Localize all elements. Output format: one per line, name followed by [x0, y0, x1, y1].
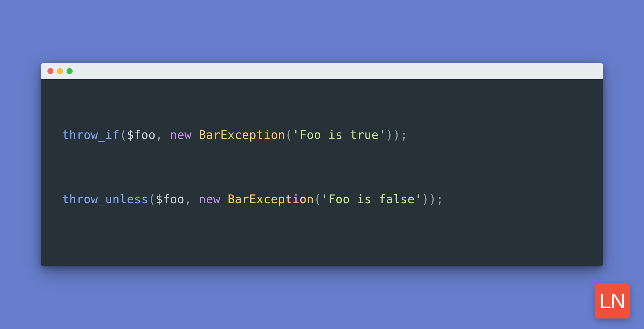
logo-text: LN	[600, 289, 625, 313]
code-token-keyword: new	[199, 192, 220, 206]
code-blank-gap	[62, 144, 582, 190]
code-line-1: throw_if($foo, new BarException('Foo is …	[62, 126, 582, 144]
code-line-2: throw_unless($foo, new BarException('Foo…	[62, 190, 582, 208]
code-token-punct: (	[148, 192, 156, 206]
code-token-punct: ,	[156, 128, 170, 142]
code-token-class: BarException	[199, 128, 285, 142]
code-editor: throw_if($foo, new BarException('Foo is …	[41, 79, 603, 266]
code-token-punct: ));	[422, 192, 443, 206]
code-token-punct: ,	[184, 192, 199, 206]
code-token-space	[220, 192, 228, 206]
code-token-punct: ));	[386, 128, 407, 142]
code-token-string: 'Foo is true'	[292, 128, 386, 142]
code-token-variable: $foo	[156, 192, 184, 206]
code-token-function: throw_if	[62, 128, 120, 142]
code-window: throw_if($foo, new BarException('Foo is …	[41, 63, 603, 266]
code-token-class: BarException	[227, 192, 314, 206]
code-token-punct: (	[120, 128, 127, 142]
window-titlebar	[41, 63, 603, 79]
logo-badge: LN	[595, 283, 630, 318]
zoom-icon[interactable]	[67, 68, 73, 74]
code-token-keyword: new	[170, 128, 192, 142]
minimize-icon[interactable]	[57, 68, 63, 74]
code-token-punct: (	[285, 128, 292, 142]
code-token-function: throw_unless	[62, 192, 148, 206]
code-token-space	[192, 128, 199, 142]
code-token-punct: (	[314, 192, 321, 206]
code-token-string: 'Foo is false'	[321, 192, 422, 206]
close-icon[interactable]	[47, 68, 53, 74]
code-token-variable: $foo	[127, 128, 155, 142]
